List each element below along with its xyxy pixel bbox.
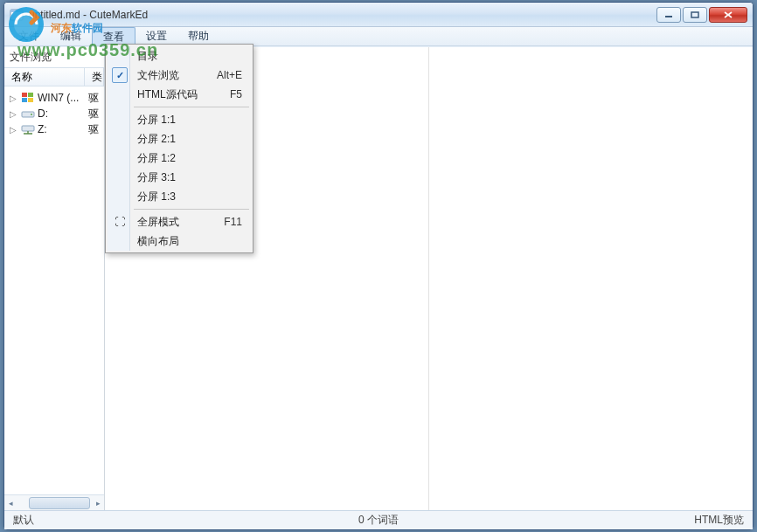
menu-separator (134, 209, 249, 210)
view-menu-dropdown: 目录 ✓ 文件浏览 Alt+E HTML源代码 F5 分屏 1:1 分屏 2:1… (105, 44, 253, 253)
statusbar: 默认 0 个词语 HTML预览 (4, 510, 753, 529)
check-icon: ✓ (112, 67, 128, 83)
network-drive-icon (21, 122, 35, 136)
file-browser-title: 文件浏览 (4, 47, 104, 67)
titlebar[interactable]: untitled.md - CuteMarkEd (4, 3, 753, 27)
status-mode: 默认 (13, 513, 135, 528)
menu-file-browser[interactable]: ✓ 文件浏览 Alt+E (108, 66, 251, 85)
menu-label: 分屏 1:1 (137, 113, 176, 128)
window-title: untitled.md - CuteMarkEd (29, 9, 656, 21)
menu-label: 分屏 1:2 (137, 151, 176, 166)
window-buttons (656, 7, 747, 23)
tree-label: Z: (38, 123, 47, 135)
scroll-right-icon[interactable]: ▸ (92, 499, 104, 508)
menu-label: 分屏 3:1 (137, 170, 176, 185)
menu-split-1-2[interactable]: 分屏 1:2 (108, 149, 251, 168)
menu-shortcut: F5 (230, 88, 242, 100)
windows-icon (21, 91, 35, 105)
tree-row-win7[interactable]: ▷ WIN7 (... 驱 (6, 90, 102, 106)
close-button[interactable] (709, 7, 747, 23)
menu-html-source[interactable]: HTML源代码 F5 (108, 85, 251, 104)
menu-split-1-1[interactable]: 分屏 1:1 (108, 110, 251, 129)
menu-view[interactable]: 查看 (92, 27, 135, 45)
file-tree[interactable]: ▷ WIN7 (... 驱 ▷ D: 驱 ▷ Z: 驱 (4, 86, 104, 494)
scroll-left-icon[interactable]: ◂ (4, 499, 17, 508)
menu-help[interactable]: 帮助 (177, 27, 219, 45)
svg-point-11 (31, 114, 32, 115)
menu-shortcut: F11 (224, 216, 242, 228)
menu-settings[interactable]: 设置 (135, 27, 177, 45)
html-preview (429, 47, 753, 510)
menu-shortcut: Alt+E (217, 69, 242, 81)
svg-rect-8 (22, 98, 27, 102)
col-type[interactable]: 类 (85, 68, 104, 86)
sidebar-hscroll[interactable]: ◂ ▸ (4, 494, 104, 510)
tree-suffix: 驱 (88, 122, 102, 137)
tree-suffix: 驱 (88, 107, 102, 121)
svg-rect-3 (691, 12, 698, 17)
menu-split-3-1[interactable]: 分屏 3:1 (108, 168, 251, 187)
menu-label: HTML源代码 (137, 87, 198, 102)
menu-separator (134, 107, 249, 107)
tree-label: WIN7 (... (38, 92, 79, 104)
menu-toc[interactable]: 目录 (108, 46, 251, 66)
drive-icon (21, 107, 35, 121)
svg-rect-1 (10, 10, 23, 12)
col-name[interactable]: 名称 (4, 68, 85, 86)
status-preview-label: HTML预览 (622, 513, 744, 528)
menu-file[interactable]: 文件 (8, 27, 50, 45)
expand-icon[interactable]: ▷ (8, 93, 18, 103)
menu-horizontal-layout[interactable]: 横向布局 (108, 231, 251, 251)
svg-rect-12 (22, 126, 34, 131)
menu-label: 横向布局 (137, 234, 179, 249)
menu-label: 文件浏览 (137, 68, 179, 83)
menu-fullscreen[interactable]: ⛶ 全屏模式 F11 (108, 212, 251, 231)
svg-rect-7 (28, 93, 33, 97)
maximize-button[interactable] (683, 7, 707, 23)
tree-row-z[interactable]: ▷ Z: 驱 (6, 121, 102, 137)
expand-icon[interactable]: ▷ (8, 125, 18, 135)
menu-label: 分屏 2:1 (137, 132, 176, 147)
fullscreen-icon: ⛶ (113, 216, 127, 228)
menu-split-1-3[interactable]: 分屏 1:3 (108, 187, 251, 206)
tree-row-d[interactable]: ▷ D: 驱 (6, 106, 102, 121)
file-browser-panel: 文件浏览 名称 类 ▷ WIN7 (... 驱 ▷ D: 驱 (4, 47, 105, 510)
svg-rect-9 (28, 98, 33, 102)
menu-label: 目录 (137, 49, 158, 64)
scroll-thumb[interactable] (29, 497, 90, 509)
menu-label: 分屏 1:3 (137, 190, 176, 204)
tree-label: D: (38, 107, 48, 120)
file-browser-header[interactable]: 名称 类 (4, 67, 104, 86)
app-icon (10, 8, 24, 22)
minimize-button[interactable] (656, 7, 681, 23)
menu-split-2-1[interactable]: 分屏 2:1 (108, 129, 251, 149)
svg-rect-6 (22, 93, 27, 97)
tree-suffix: 驱 (88, 91, 102, 106)
expand-icon[interactable]: ▷ (8, 109, 18, 119)
menu-label: 全屏模式 (137, 215, 179, 230)
status-wordcount: 0 个词语 (135, 513, 622, 528)
menu-edit[interactable]: 编辑 (50, 27, 92, 45)
